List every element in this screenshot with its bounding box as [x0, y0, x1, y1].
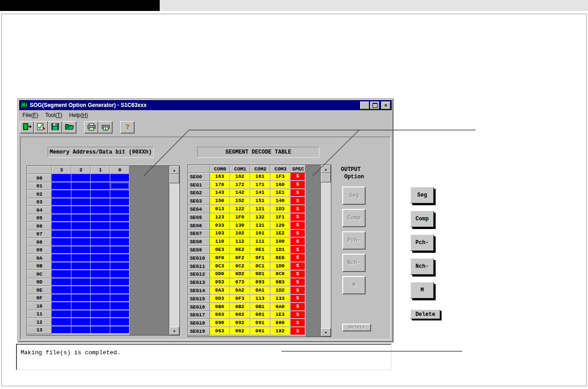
memory-cell-0C-3[interactable]: [52, 270, 71, 278]
memory-cell-0A-0[interactable]: [110, 254, 130, 262]
memory-cell-10-2[interactable]: [71, 302, 91, 310]
decode-cell-SEG16-SPEC[interactable]: S: [291, 303, 306, 311]
memory-cell-01-3[interactable]: [52, 182, 71, 191]
decode-cell-SEG6-COM3[interactable]: 120: [270, 222, 291, 230]
decode-cell-SEG15-COM2[interactable]: 113: [250, 295, 270, 303]
memory-cell-0D-2[interactable]: [71, 278, 91, 287]
memory-cell-0B-3[interactable]: [52, 262, 71, 271]
decode-cell-SEG0-COM0[interactable]: 163: [210, 173, 230, 181]
decode-cell-SEG12-COM0[interactable]: 0D0: [210, 271, 230, 279]
side-delete-button[interactable]: Delete: [410, 309, 440, 319]
decode-cell-SEG7-COM3[interactable]: 1E2: [270, 230, 291, 238]
memory-cell-00-2[interactable]: [71, 174, 91, 182]
memory-cell-11-0[interactable]: [110, 310, 130, 319]
decode-cell-SEG19-COM1[interactable]: 062: [230, 327, 250, 336]
decode-cell-SEG0-COM3[interactable]: 1F3: [270, 173, 291, 181]
decode-cell-SEG18-COM0[interactable]: 090: [210, 319, 230, 327]
decode-cell-SEG11-SPEC[interactable]: S: [291, 262, 306, 271]
memory-cell-07-1[interactable]: [91, 230, 110, 239]
memory-cell-04-3[interactable]: [52, 206, 71, 214]
memory-cell-02-1[interactable]: [91, 190, 110, 198]
decode-cell-SEG0-COM1[interactable]: 162: [230, 173, 250, 181]
decode-cell-SEG19-COM0[interactable]: 063: [210, 327, 230, 336]
memory-cell-11-3[interactable]: [52, 310, 71, 319]
decode-cell-SEG8-COM2[interactable]: 111: [250, 238, 270, 246]
side-seg-button[interactable]: Seg: [410, 187, 434, 203]
memory-cell-0F-3[interactable]: [52, 294, 71, 303]
decode-cell-SEG12-SPEC[interactable]: S: [291, 271, 306, 279]
memory-cell-04-1[interactable]: [91, 206, 110, 214]
memory-cell-07-2[interactable]: [71, 230, 91, 239]
minimize-button[interactable]: _: [360, 101, 369, 109]
decode-cell-SEG3-COM0[interactable]: 150: [210, 197, 230, 205]
memory-cell-06-1[interactable]: [91, 222, 110, 230]
memory-cell-0D-1[interactable]: [91, 278, 110, 287]
decode-cell-SEG2-COM2[interactable]: 141: [250, 189, 270, 197]
decode-cell-SEG10-COM2[interactable]: 0F1: [250, 254, 270, 262]
decode-scroll-down-button[interactable]: ▼: [321, 328, 331, 336]
maximize-button[interactable]: [370, 101, 379, 109]
decode-cell-SEG13-COM2[interactable]: 093: [250, 278, 270, 287]
memory-cell-10-3[interactable]: [52, 302, 71, 310]
decode-cell-SEG4-COM2[interactable]: 121: [250, 205, 270, 213]
memory-cell-0E-1[interactable]: [91, 286, 110, 294]
memory-cell-02-0[interactable]: [110, 190, 130, 198]
decode-cell-SEG7-COM1[interactable]: 102: [230, 230, 250, 238]
memory-cell-05-2[interactable]: [71, 214, 91, 223]
memory-cell-0A-2[interactable]: [71, 254, 91, 262]
decode-cell-SEG5-COM0[interactable]: 123: [210, 213, 230, 222]
print-out-toolbar-button[interactable]: [98, 121, 113, 133]
decode-cell-SEG14-COM2[interactable]: 0A1: [250, 287, 270, 295]
decode-cell-SEG5-COM1[interactable]: 1F0: [230, 213, 250, 222]
decode-cell-SEG17-SPEC[interactable]: S: [291, 311, 306, 320]
decode-cell-SEG9-COM1[interactable]: 0E2: [230, 246, 250, 254]
decode-cell-SEG4-COM3[interactable]: 1D3: [270, 205, 291, 213]
memory-cell-0D-0[interactable]: [110, 278, 130, 287]
check-edit-toolbar-button[interactable]: [34, 121, 48, 133]
memory-cell-03-0[interactable]: [110, 198, 130, 207]
memory-cell-0C-0[interactable]: [110, 270, 130, 278]
memory-cell-13-2[interactable]: [71, 326, 91, 335]
memory-cell-12-2[interactable]: [71, 318, 91, 326]
memory-cell-04-0[interactable]: [110, 206, 130, 214]
print-toolbar-button[interactable]: [84, 121, 98, 133]
decode-cell-SEG11-COM3[interactable]: 1D0: [270, 262, 291, 271]
memory-cell-0B-1[interactable]: [91, 262, 110, 271]
memory-cell-07-0[interactable]: [110, 230, 130, 239]
memory-cell-08-2[interactable]: [71, 238, 91, 246]
close-button[interactable]: ×: [381, 101, 390, 109]
decode-cell-SEG2-COM1[interactable]: 142: [230, 189, 250, 197]
side-m-button[interactable]: M: [410, 282, 434, 298]
memory-scrollbar[interactable]: ▲▼: [169, 166, 179, 335]
memory-cell-04-2[interactable]: [71, 206, 91, 214]
decode-cell-SEG7-COM2[interactable]: 101: [250, 230, 270, 238]
decode-cell-SEG1-COM3[interactable]: 160: [270, 181, 291, 189]
decode-cell-SEG4-COM1[interactable]: 122: [230, 205, 250, 213]
decode-cell-SEG6-COM1[interactable]: 130: [230, 222, 250, 230]
decode-cell-SEG9-SPEC[interactable]: S: [291, 246, 306, 254]
memory-cell-0C-1[interactable]: [91, 270, 110, 278]
memory-cell-07-3[interactable]: [52, 230, 71, 239]
decode-cell-SEG19-COM2[interactable]: 061: [250, 327, 270, 336]
decode-cell-SEG11-COM1[interactable]: 0C2: [230, 262, 250, 271]
decode-cell-SEG5-COM2[interactable]: 132: [250, 213, 270, 222]
memory-cell-0B-2[interactable]: [71, 262, 91, 271]
decode-cell-SEG3-SPEC[interactable]: S: [291, 197, 306, 205]
memory-cell-13-3[interactable]: [52, 326, 71, 335]
memory-cell-06-0[interactable]: [110, 222, 130, 230]
decode-cell-SEG12-COM3[interactable]: 0C0: [270, 271, 291, 279]
decode-cell-SEG9-COM3[interactable]: 1D1: [270, 246, 291, 254]
memory-cell-00-0[interactable]: [110, 174, 130, 182]
memory-cell-12-3[interactable]: [52, 318, 71, 326]
decode-cell-SEG18-COM3[interactable]: 080: [270, 319, 291, 327]
decode-cell-SEG9-COM0[interactable]: 0E3: [210, 246, 230, 254]
memory-cell-10-1[interactable]: [91, 302, 110, 310]
decode-cell-SEG14-COM1[interactable]: 0A2: [230, 287, 250, 295]
decode-cell-SEG17-COM3[interactable]: 1E3: [270, 311, 291, 320]
memory-cell-10-0[interactable]: [110, 302, 130, 310]
memory-cell-05-0[interactable]: [110, 214, 130, 223]
memory-cell-08-3[interactable]: [52, 238, 71, 246]
side-pch-button[interactable]: Pch-: [410, 234, 434, 251]
decode-cell-SEG14-COM0[interactable]: 0A3: [210, 287, 230, 295]
memory-cell-11-1[interactable]: [91, 310, 110, 319]
